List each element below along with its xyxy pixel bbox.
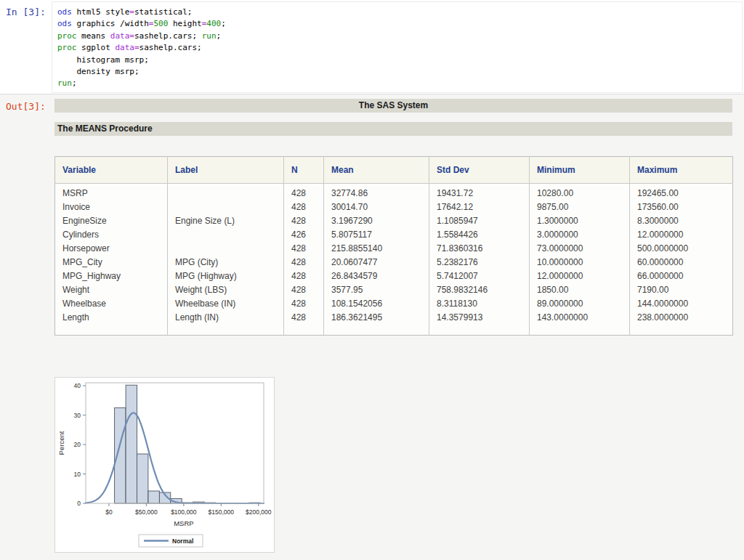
table-cell: 12.0000000	[630, 228, 733, 242]
table-cell: 500.0000000	[630, 242, 733, 256]
histogram-bar	[115, 407, 126, 503]
table-row: Horsepower428215.885514071.836031673.000…	[55, 242, 733, 256]
column-header: Maximum	[630, 157, 733, 184]
table-cell	[168, 242, 284, 256]
table-cell: 9875.00	[530, 200, 630, 214]
notebook-input-cell: In [3]: ods html5 style=statistical;ods …	[0, 0, 744, 94]
table-cell: 1850.00	[530, 283, 630, 297]
code-line: ods html5 style=statistical;	[57, 7, 226, 18]
column-header: Label	[168, 157, 284, 184]
code-line: proc sgplot data=sashelp.cars;	[57, 42, 226, 54]
table-cell: Cylinders	[55, 228, 168, 242]
table-cell: 108.1542056	[324, 297, 429, 311]
normal-density-curve	[86, 413, 264, 503]
table-cell: 1.5584426	[429, 228, 530, 242]
table-cell: 10280.00	[530, 184, 630, 201]
table-bottom-padding	[55, 325, 733, 335]
table-cell: Weight (LBS)	[168, 283, 284, 297]
x-tick-label: $200,000	[246, 508, 272, 516]
table-row: Cylinders4265.80751171.55844263.00000001…	[55, 228, 733, 242]
table-row: WeightWeight (LBS)4283577.95758.98321461…	[55, 283, 733, 297]
table-row: MPG_CityMPG (City)42820.06074775.2382176…	[55, 256, 733, 269]
table-cell: 1.1085947	[429, 214, 530, 228]
table-cell: 192465.00	[630, 184, 733, 201]
table-cell: 428	[284, 184, 324, 201]
y-tick-label: 10	[74, 471, 81, 478]
y-tick-label: 30	[74, 412, 81, 419]
table-cell: 8.3000000	[630, 214, 733, 228]
x-tick-label: $100,000	[171, 508, 197, 516]
table-cell: 428	[284, 242, 324, 256]
y-axis-label: Percent	[57, 431, 65, 455]
table-cell: 17642.12	[429, 200, 530, 214]
table-cell: 20.0607477	[324, 256, 429, 269]
code-line: ods graphics /width=500 height=400;	[57, 18, 226, 30]
y-tick-label: 40	[74, 382, 81, 389]
table-cell: 428	[284, 311, 324, 325]
code-line: run;	[57, 78, 226, 89]
table-row: EngineSizeEngine Size (L)4283.19672901.1…	[55, 214, 733, 228]
table-cell: 426	[284, 228, 324, 242]
means-table-header: VariableLabelNMeanStd DevMinimumMaximum	[55, 157, 733, 184]
means-procedure-banner: The MEANS Procedure	[54, 122, 732, 136]
table-cell: 215.8855140	[324, 242, 429, 256]
table-cell: 73.0000000	[530, 242, 630, 256]
table-row: Invoice42830014.7017642.129875.00173560.…	[55, 200, 733, 214]
table-cell: Wheelbase (IN)	[168, 297, 284, 311]
table-cell: Invoice	[55, 200, 168, 214]
table-cell: 1.3000000	[530, 214, 630, 228]
table-cell: 428	[284, 200, 324, 214]
table-cell: EngineSize	[55, 214, 168, 228]
code-line: density msrp;	[57, 66, 226, 78]
table-cell: 30014.70	[324, 200, 429, 214]
table-cell: MPG (City)	[168, 256, 284, 269]
table-cell: 32774.86	[324, 184, 429, 201]
table-cell: 5.2382176	[429, 256, 530, 269]
table-cell: 3.1967290	[324, 214, 429, 228]
column-header: Std Dev	[429, 157, 530, 184]
table-cell: 428	[284, 283, 324, 297]
x-axis-label: MSRP	[174, 519, 193, 527]
table-cell: 758.9832146	[429, 283, 530, 297]
table-cell: 60.0000000	[630, 256, 733, 269]
table-cell: 89.0000000	[530, 297, 630, 311]
table-cell: Length	[55, 311, 168, 325]
histogram-bar	[148, 491, 159, 503]
input-prompt: In [3]:	[6, 7, 46, 17]
table-cell: 428	[284, 214, 324, 228]
table-cell: MPG_City	[55, 256, 168, 269]
table-cell: Weight	[55, 283, 168, 297]
x-tick-label: $150,000	[209, 508, 235, 516]
table-cell: MSRP	[55, 184, 168, 201]
x-tick-label: $0	[105, 508, 113, 516]
histogram-figure: 010203040$0$50,000$100,000$150,000$200,0…	[54, 377, 275, 553]
table-cell: 238.0000000	[630, 311, 733, 325]
table-cell: MPG_Highway	[55, 269, 168, 283]
plot-frame	[86, 383, 264, 503]
table-cell: 26.8434579	[324, 269, 429, 283]
msrp-histogram-chart: 010203040$0$50,000$100,000$150,000$200,0…	[55, 378, 275, 553]
table-cell: 12.0000000	[530, 269, 630, 283]
code-text: ods html5 style=statistical;ods graphics…	[57, 7, 226, 90]
table-cell: 7190.00	[630, 283, 733, 297]
code-editor[interactable]: ods html5 style=statistical;ods graphics…	[52, 1, 743, 93]
column-header: Mean	[324, 157, 429, 184]
column-header: N	[284, 157, 324, 184]
table-cell: 428	[284, 269, 324, 283]
table-cell: 143.0000000	[530, 311, 630, 325]
y-tick-label: 20	[74, 441, 81, 448]
table-cell: 428	[284, 297, 324, 311]
table-cell: 5.7412007	[429, 269, 530, 283]
code-line: proc means data=sashelp.cars; run;	[57, 31, 226, 42]
table-cell: 71.8360316	[429, 242, 530, 256]
table-cell: MPG (Highway)	[168, 269, 284, 283]
table-cell: Engine Size (L)	[168, 214, 284, 228]
table-cell	[168, 228, 284, 242]
table-cell: 3.0000000	[530, 228, 630, 242]
column-header: Variable	[55, 157, 168, 184]
column-header: Minimum	[530, 157, 630, 184]
table-row: WheelbaseWheelbase (IN)428108.15420568.3…	[55, 297, 733, 311]
sas-system-banner: The SAS System	[54, 99, 732, 113]
table-cell: Wheelbase	[55, 297, 168, 311]
output-prompt: Out[3]:	[6, 101, 46, 112]
